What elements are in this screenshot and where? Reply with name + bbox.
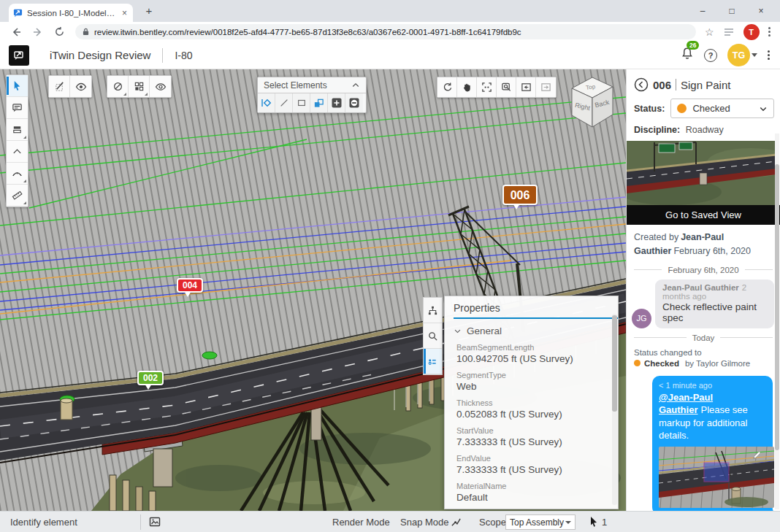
chevron-down-icon	[565, 521, 571, 524]
select-tool-button[interactable]	[7, 75, 28, 97]
issue-sidebar: 006 Sign Paint Status: Checked Disciplin…	[626, 69, 780, 511]
app-header: iTwin Design Review I-80 26 ? TG	[0, 42, 780, 69]
previous-view-button[interactable]	[516, 77, 536, 97]
properties-scrollbar[interactable]	[612, 314, 617, 505]
created-prefix: Created by	[634, 232, 678, 242]
new-tab-button[interactable]: +	[140, 4, 158, 17]
model-tree-button[interactable]	[424, 298, 442, 323]
project-name[interactable]: I-80	[175, 50, 192, 61]
zoom-window-button[interactable]	[497, 77, 516, 97]
property-field: MaterialNameDefault	[445, 478, 618, 503]
snapshot-icon[interactable]	[149, 516, 161, 528]
window-maximize-button[interactable]: □	[717, 6, 746, 16]
refresh-icon[interactable]	[54, 26, 65, 37]
issue-title: Sign Paint	[681, 79, 730, 91]
line-select-tool[interactable]	[275, 93, 293, 112]
timeline-date-divider: February 6th, 2020	[627, 261, 780, 276]
visibility-toolbar	[48, 75, 92, 98]
general-section-header[interactable]: General	[445, 319, 618, 339]
property-value: Web	[456, 381, 606, 392]
property-value: 0.052083 ft (US Survey)	[456, 409, 606, 420]
issue-marker-004[interactable]: 004	[177, 278, 203, 293]
replace-selection-tool[interactable]	[310, 93, 328, 112]
cube-top-label[interactable]: Top	[586, 83, 597, 91]
next-view-button[interactable]	[536, 77, 556, 97]
tool-prompt: Identify element	[10, 517, 77, 528]
created-by-line: Created byJean-Paul GauthierFebruary 6th…	[627, 225, 780, 261]
property-value: 7.333333 ft (US Survey)	[456, 464, 606, 475]
property-label: MaterialName	[456, 482, 606, 490]
collapse-chevron-button[interactable]	[7, 141, 28, 163]
issue-id: 006	[653, 79, 671, 91]
measure-tool-button[interactable]	[7, 163, 28, 185]
chevron-down-icon	[454, 327, 462, 335]
browser-tab[interactable]: Session I-80_I-Model_HUB | iTwin ×	[9, 4, 133, 22]
bookmark-star-icon[interactable]: ☆	[705, 26, 714, 38]
scope-label: Scope:	[479, 517, 508, 528]
issue-title-divider	[676, 79, 676, 90]
browser-tab-strip: Session I-80_I-Model_HUB | iTwin × + – □…	[0, 0, 780, 22]
search-button[interactable]	[424, 323, 442, 349]
section-tool-button[interactable]	[7, 119, 28, 141]
add-to-selection-tool[interactable]	[328, 93, 345, 112]
markup-image-attachment[interactable]	[659, 447, 766, 508]
issue-marker-006[interactable]: 006	[502, 185, 538, 205]
window-close-button[interactable]: ×	[746, 6, 776, 16]
show-all-eye-button[interactable]	[70, 76, 91, 97]
tab-close-icon[interactable]: ×	[121, 8, 129, 18]
status-dropdown[interactable]: Checked	[670, 99, 774, 118]
3d-viewport-canvas[interactable]: Select Elements	[0, 69, 626, 511]
browser-profile-avatar[interactable]: T	[743, 24, 760, 40]
view-cube[interactable]: Top Right Back	[563, 71, 620, 132]
categories-button[interactable]	[129, 76, 150, 97]
properties-button[interactable]	[424, 349, 442, 374]
status-bar: Identify element Render Mode Snap Mode S…	[0, 511, 780, 532]
remove-from-selection-tool[interactable]	[345, 93, 363, 112]
product-name[interactable]: iTwin Design Review	[50, 49, 150, 61]
snap-mode-icon[interactable]	[451, 517, 462, 528]
pick-element-tool[interactable]	[258, 93, 275, 112]
url-text: review.itwin.bentley.com/review/0018f2e5…	[94, 28, 521, 36]
property-label: EndValue	[456, 454, 606, 463]
box-select-tool[interactable]	[293, 93, 310, 112]
markup-select-tool-button[interactable]	[49, 76, 70, 97]
comment-tool-button[interactable]	[7, 97, 28, 119]
saved-view-thumbnail[interactable]	[627, 141, 776, 205]
panel-tools-strip	[423, 297, 443, 375]
comment-item: JG Jean-Paul Gauthier2 months ago Check …	[627, 276, 780, 328]
back-circle-icon[interactable]	[634, 77, 649, 92]
notifications-button[interactable]: 26	[681, 47, 694, 63]
discipline-label: Discipline:	[634, 125, 680, 135]
itwin-logo[interactable]	[9, 45, 29, 66]
help-button[interactable]: ?	[704, 49, 717, 62]
address-field[interactable]: review.itwin.bentley.com/review/0018f2e5…	[75, 24, 696, 39]
rotate-view-button[interactable]	[437, 77, 457, 97]
timeline-today-divider: Today	[627, 328, 780, 344]
pan-view-button[interactable]	[457, 77, 477, 97]
property-field: Thickness0.052083 ft (US Survey)	[445, 395, 618, 420]
app-menu-icon[interactable]	[768, 50, 770, 60]
property-label: Thickness	[456, 398, 606, 407]
chevron-up-icon[interactable]	[351, 81, 360, 90]
select-elements-label: Select Elements	[264, 80, 327, 90]
render-mode-control[interactable]: Render Mode	[332, 517, 390, 528]
ruler-tool-button[interactable]	[7, 185, 28, 207]
hide-elements-button[interactable]	[107, 76, 129, 97]
status-change-value: Checked	[644, 359, 679, 368]
edit-markup-pencil-icon[interactable]	[752, 450, 762, 460]
reading-list-icon[interactable]	[723, 27, 735, 37]
sidebar-scrollbar[interactable]	[775, 134, 779, 509]
scope-dropdown[interactable]: Top Assembly	[505, 514, 576, 530]
snap-mode-control[interactable]: Snap Mode	[400, 517, 449, 528]
chevron-down-icon	[759, 104, 768, 113]
property-field: EndValue7.333333 ft (US Survey)	[445, 450, 618, 475]
browser-menu-icon[interactable]	[768, 27, 771, 36]
isolate-eye-button[interactable]	[150, 76, 171, 97]
back-icon[interactable]	[10, 26, 22, 38]
window-minimize-button[interactable]: –	[688, 6, 717, 16]
forward-icon[interactable]	[32, 26, 44, 38]
issue-marker-002[interactable]: 002	[137, 371, 164, 385]
user-menu[interactable]: TG	[727, 44, 757, 66]
go-to-saved-view-button[interactable]: Go to Saved View	[627, 205, 780, 225]
fit-view-button[interactable]	[477, 77, 497, 97]
